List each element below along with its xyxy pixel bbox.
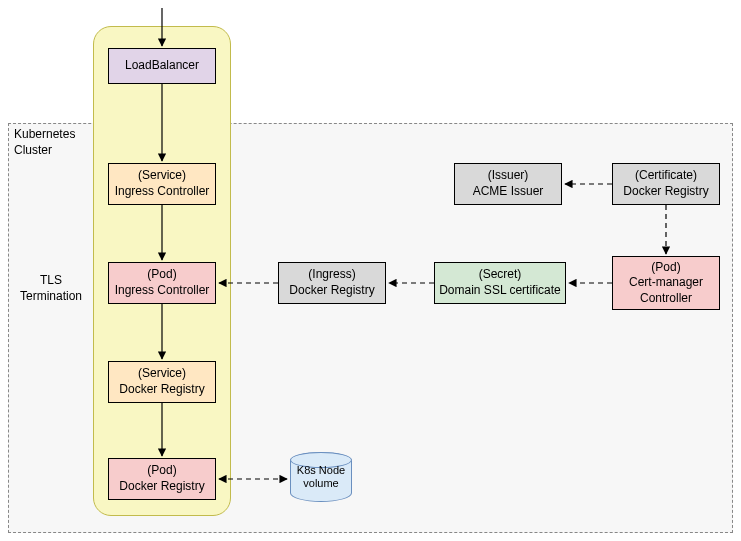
node-load-balancer: LoadBalancer <box>108 48 216 84</box>
label-type: (Service) <box>138 168 186 184</box>
label-name: Docker Registry <box>623 184 708 200</box>
label-type: (Pod) <box>651 260 680 276</box>
label-type: (Certificate) <box>635 168 697 184</box>
label: LoadBalancer <box>125 58 199 74</box>
label-type: (Issuer) <box>488 168 529 184</box>
label-name: Cert-manager <box>629 275 703 291</box>
label-name2: Controller <box>640 291 692 307</box>
label-type: (Pod) <box>147 463 176 479</box>
label-name: Docker Registry <box>289 283 374 299</box>
label-l1: K8s Node <box>297 464 345 477</box>
text: Kubernetes Cluster <box>14 127 75 157</box>
label-type: (Pod) <box>147 267 176 283</box>
label-type: (Secret) <box>479 267 522 283</box>
label-name: Ingress Controller <box>115 184 210 200</box>
node-pod-cert-manager: (Pod) Cert-manager Controller <box>612 256 720 310</box>
node-k8s-volume: K8s Node volume <box>290 452 352 502</box>
label-type: (Ingress) <box>308 267 355 283</box>
node-ingress-docker-registry: (Ingress) Docker Registry <box>278 262 386 304</box>
label-name: Domain SSL certificate <box>439 283 561 299</box>
tls-termination-label: TLS Termination <box>20 273 82 304</box>
label-l2: volume <box>303 477 338 490</box>
node-issuer-acme: (Issuer) ACME Issuer <box>454 163 562 205</box>
node-secret-ssl: (Secret) Domain SSL certificate <box>434 262 566 304</box>
kubernetes-cluster-label: Kubernetes Cluster <box>14 127 75 158</box>
node-pod-ingress-controller: (Pod) Ingress Controller <box>108 262 216 304</box>
node-service-docker-registry: (Service) Docker Registry <box>108 361 216 403</box>
label-name: ACME Issuer <box>473 184 544 200</box>
node-service-ingress-controller: (Service) Ingress Controller <box>108 163 216 205</box>
label-type: (Service) <box>138 366 186 382</box>
node-certificate-docker-registry: (Certificate) Docker Registry <box>612 163 720 205</box>
label-name: Docker Registry <box>119 382 204 398</box>
label-name: Docker Registry <box>119 479 204 495</box>
text: TLS Termination <box>20 273 82 303</box>
label-name: Ingress Controller <box>115 283 210 299</box>
node-pod-docker-registry: (Pod) Docker Registry <box>108 458 216 500</box>
